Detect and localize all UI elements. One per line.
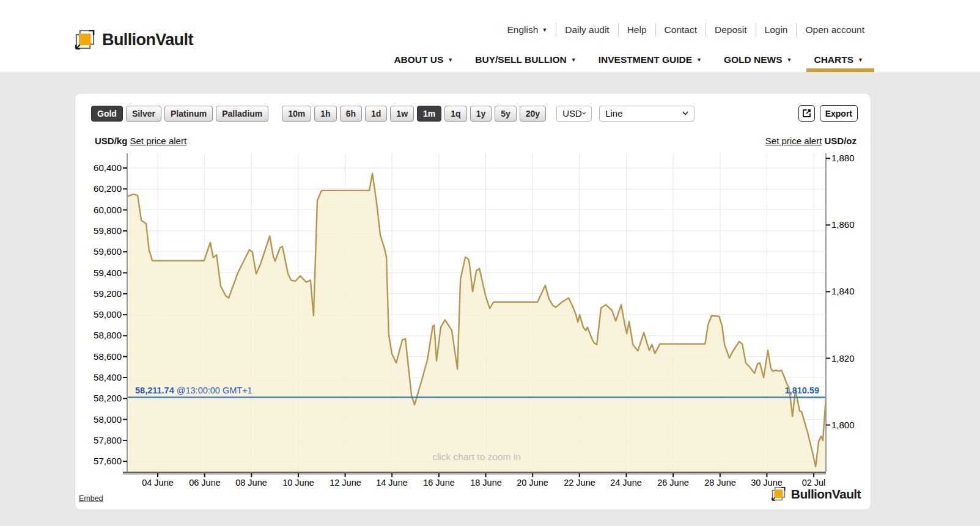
utility-nav-open-account[interactable]: Open account — [796, 23, 873, 37]
x-axis-label: 14 June — [367, 478, 416, 488]
y-axis-label-left: 57,600 — [75, 456, 122, 467]
y-axis-label-left: 58,200 — [75, 393, 122, 404]
chevron-down-icon: ▼ — [787, 57, 792, 63]
utility-nav: English▼Daily auditHelpContactDepositLog… — [507, 23, 873, 37]
chevron-down-icon: ▼ — [542, 27, 547, 33]
timeframe-button-1q[interactable]: 1q — [444, 106, 466, 122]
utility-nav-login[interactable]: Login — [756, 23, 797, 37]
x-axis-label: 26 June — [649, 478, 698, 488]
current-price-time: @13:00:00 GMT+1 — [177, 385, 252, 395]
x-axis-label: 04 June — [133, 478, 182, 488]
price-chart-plot[interactable]: click chart to zoom in 58,211.74 @13:00:… — [127, 153, 826, 472]
y-axis-label-left: 59,000 — [75, 309, 122, 320]
metal-button-gold[interactable]: Gold — [91, 106, 123, 122]
x-axis-label: 12 June — [321, 478, 370, 488]
timeframe-button-1y[interactable]: 1y — [470, 106, 492, 122]
nav-item-gold-news[interactable]: GOLD NEWS▼ — [724, 54, 792, 66]
site-header: BullionVault English▼Daily auditHelpCont… — [0, 0, 980, 72]
chart-panel: GoldSilverPlatinumPalladium 10m1h6h1d1w1… — [75, 93, 871, 510]
x-axis-label: 02 Jul — [789, 478, 838, 488]
popout-button[interactable] — [798, 105, 815, 122]
x-axis-label: 22 June — [555, 478, 604, 488]
currency-select-value: USD — [562, 108, 582, 119]
nav-item-charts[interactable]: CHARTS▼ — [814, 54, 863, 66]
open-in-new-window-icon — [802, 109, 811, 118]
timeframe-button-6h[interactable]: 6h — [340, 106, 362, 122]
right-axis-header: Set price alert USD/oz — [765, 136, 857, 146]
timeframe-button-5y[interactable]: 5y — [495, 106, 517, 122]
x-axis-label: 06 June — [180, 478, 229, 488]
embed-link[interactable]: Embed — [79, 494, 103, 503]
x-axis-label: 28 June — [696, 478, 745, 488]
chart-toolbar: GoldSilverPlatinumPalladium 10m1h6h1d1w1… — [91, 105, 858, 122]
chevron-down-icon: ▼ — [571, 57, 577, 63]
x-axis-label: 08 June — [227, 478, 276, 488]
x-axis-label: 16 June — [414, 478, 463, 488]
utility-nav-english[interactable]: English▼ — [507, 23, 556, 37]
y-axis-label-left: 59,200 — [75, 288, 122, 299]
timeframe-button-1m[interactable]: 1m — [417, 106, 441, 122]
export-button[interactable]: Export — [820, 105, 858, 122]
currency-select[interactable]: USD — [556, 106, 592, 122]
utility-nav-help[interactable]: Help — [618, 23, 655, 37]
nav-item-about-us[interactable]: ABOUT US▼ — [394, 54, 453, 66]
chevron-down-icon — [582, 111, 586, 115]
set-price-alert-link-right[interactable]: Set price alert — [765, 136, 822, 146]
chart-type-select[interactable]: Line — [599, 106, 694, 122]
nav-item-investment-guide[interactable]: INVESTMENT GUIDE▼ — [599, 54, 702, 66]
y-axis-label-left: 58,600 — [75, 351, 122, 362]
x-axis-label: 24 June — [602, 478, 650, 488]
nav-item-buy-sell-bullion[interactable]: BUY/SELL BULLION▼ — [475, 54, 576, 66]
timeframe-button-1d[interactable]: 1d — [365, 106, 387, 122]
price-chart-svg — [121, 153, 832, 478]
y-axis-label-left: 60,400 — [75, 163, 122, 174]
chevron-down-icon: ▼ — [858, 57, 863, 63]
brand-name: BullionVault — [102, 31, 193, 49]
y-axis-label-right: 1,820 — [831, 353, 874, 364]
brand-logo[interactable]: BullionVault — [73, 28, 193, 51]
x-axis-label: 30 June — [742, 478, 791, 488]
footer-brand-name: BullionVault — [791, 487, 861, 502]
y-axis-label-left: 59,400 — [75, 268, 122, 279]
current-price-label-kg: 58,211.74 @13:00:00 GMT+1 — [135, 385, 252, 395]
right-unit-label: USD/oz — [825, 136, 857, 146]
utility-nav-deposit[interactable]: Deposit — [706, 23, 756, 37]
y-axis-label-left: 59,600 — [75, 246, 122, 257]
chevron-down-icon: ▼ — [696, 57, 702, 63]
chart-type-select-value: Line — [605, 108, 622, 119]
toolbar-right-tools: Export — [798, 105, 858, 122]
timeframe-button-group: 10m1h6h1d1w1m1q1y5y20y — [282, 106, 549, 122]
current-price-value-kg: 58,211.74 — [135, 385, 174, 395]
set-price-alert-link-left[interactable]: Set price alert — [130, 136, 187, 146]
y-axis-label-left: 58,400 — [75, 372, 122, 383]
brand-cube-icon — [73, 28, 97, 51]
timeframe-button-1h[interactable]: 1h — [314, 106, 336, 122]
left-axis-header: USD/kg Set price alert — [95, 136, 186, 146]
chevron-down-icon — [682, 111, 688, 115]
y-axis-label-left: 57,800 — [75, 435, 122, 446]
metal-button-silver[interactable]: Silver — [126, 106, 161, 122]
y-axis-label-left: 58,000 — [75, 414, 122, 425]
utility-nav-contact[interactable]: Contact — [655, 23, 706, 37]
y-axis-label-right: 1,880 — [831, 153, 874, 164]
main-nav: ABOUT US▼BUY/SELL BULLION▼INVESTMENT GUI… — [394, 54, 863, 66]
timeframe-button-1w[interactable]: 1w — [390, 106, 414, 122]
left-unit-label: USD/kg — [95, 136, 127, 146]
timeframe-button-10m[interactable]: 10m — [282, 106, 311, 122]
metal-button-palladium[interactable]: Palladium — [216, 106, 268, 122]
y-axis-label-left: 60,200 — [75, 183, 122, 194]
chevron-down-icon: ▼ — [448, 57, 453, 63]
y-axis-label-left: 60,000 — [75, 205, 122, 216]
utility-nav-daily-audit[interactable]: Daily audit — [556, 23, 617, 37]
metal-button-group: GoldSilverPlatinumPalladium — [91, 106, 271, 122]
current-price-label-oz: 1,810.59 — [785, 385, 819, 395]
y-axis-label-left: 58,800 — [75, 330, 122, 341]
brand-cube-icon — [770, 486, 787, 502]
x-axis-label: 20 June — [508, 478, 557, 488]
timeframe-button-20y[interactable]: 20y — [520, 106, 546, 122]
x-axis-label: 10 June — [274, 478, 323, 488]
y-axis-label-right: 1,840 — [831, 286, 874, 297]
chart-footer-logo: BullionVault — [770, 486, 861, 502]
y-axis-label-right: 1,860 — [831, 219, 874, 230]
metal-button-platinum[interactable]: Platinum — [164, 106, 213, 122]
